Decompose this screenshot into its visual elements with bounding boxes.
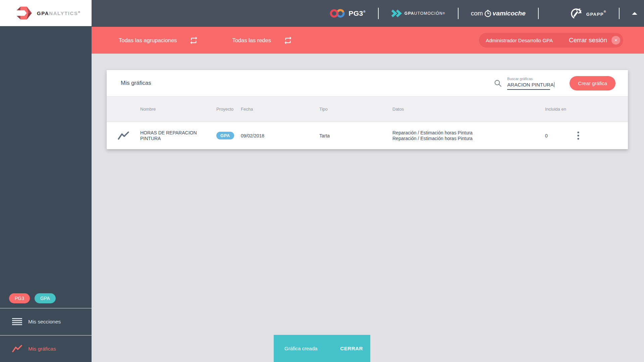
charts-card: Mis gráficas Buscar gráficas ARACION PIN…: [107, 70, 628, 149]
divider: [538, 8, 539, 19]
divider: [619, 8, 620, 19]
project-cell: GPA: [216, 132, 241, 139]
chart-name: HORAS DE REPARACION PINTURA: [140, 130, 216, 141]
app-logo: GPANALYTICS®: [0, 0, 92, 26]
kebab-menu-icon[interactable]: [576, 131, 581, 140]
filter-bar: Todas las agrupaciones Todas las redes A…: [92, 27, 644, 54]
column-header-nombre: Nombre: [140, 107, 216, 112]
filter-networks-label: Todas las redes: [232, 37, 271, 44]
type-cell: Tarta: [319, 133, 392, 138]
column-header-tipo: Tipo: [319, 107, 392, 112]
brand-name: GPANALYTICS®: [37, 10, 80, 16]
toast-close-button[interactable]: CERRAR: [337, 343, 366, 354]
card-header: Mis gráficas Buscar gráficas ARACION PIN…: [107, 70, 628, 96]
column-header-fecha: Fecha: [241, 107, 319, 112]
gpa-arrow-logo-icon: [16, 5, 33, 21]
automocion-label: GPA: [405, 11, 414, 16]
pg3-label: PG3®: [348, 9, 366, 17]
pg3-badge: PG3: [9, 293, 30, 303]
gpapp-logo: GPAPP®: [570, 7, 606, 20]
gpapp-label: GPAPP®: [586, 10, 606, 17]
power-icon[interactable]: ✕: [611, 36, 620, 45]
gpapp-wrench-icon: [570, 7, 583, 20]
text-cursor: [554, 82, 555, 87]
gpa-badge: GPA: [35, 293, 56, 303]
toast-message: Gráfica creada: [284, 346, 337, 351]
divider: [458, 8, 459, 19]
toast-snackbar: Gráfica creada CERRAR: [274, 335, 370, 362]
collapse-up-icon[interactable]: [632, 12, 637, 15]
column-header-proyecto: Proyecto: [216, 107, 241, 112]
included-in-cell: 0: [545, 133, 575, 138]
sidebar: PG3 GPA Mis secciones Mis gráficas: [0, 26, 92, 362]
pg3-logo: PG3®: [329, 8, 366, 18]
user-name: Administrador Desarrollo GPA: [486, 38, 553, 43]
date-cell: 09/02/2018: [241, 133, 319, 138]
data-cell: Reparación / Estimación horas Pintura Re…: [392, 130, 545, 141]
table-row[interactable]: HORAS DE REPARACION PINTURA GPA 09/02/20…: [107, 122, 628, 149]
column-header-incluida-en: Incluida en: [545, 107, 575, 112]
page-title: Mis gráficas: [121, 80, 151, 86]
create-chart-button[interactable]: Crear gráfica: [570, 76, 615, 90]
search-input-label: Buscar gráficas: [507, 77, 550, 81]
project-badge: GPA: [216, 132, 234, 139]
table-header-row: Nombre Proyecto Fecha Tipo Datos Incluid…: [107, 96, 628, 122]
divider: [378, 8, 379, 19]
repeat-icon[interactable]: [189, 36, 198, 45]
line-chart-icon: [12, 345, 22, 353]
sidebar-badges: PG3 GPA: [9, 293, 56, 303]
column-header-datos: Datos: [392, 107, 545, 112]
pg3-infinity-icon: [329, 8, 345, 18]
comvamicoche-logo: com vamicoche: [471, 10, 526, 17]
menu-icon: [12, 318, 22, 325]
search-input[interactable]: Buscar gráficas ARACION PINTURA: [507, 77, 550, 90]
repeat-icon[interactable]: [283, 36, 292, 45]
search-icon[interactable]: [494, 79, 502, 87]
logout-button[interactable]: Cerrar sesión: [569, 37, 607, 44]
clock-icon: [484, 10, 492, 17]
top-header: PG3® GPAUTOMOCIÓN® com vamicoche: [92, 0, 644, 27]
automocion-arrows-icon: [391, 9, 402, 18]
sidebar-item-mis-secciones[interactable]: Mis secciones: [0, 308, 92, 335]
sidebar-item-mis-graficas[interactable]: Mis gráficas: [0, 335, 92, 362]
session-chip: Administrador Desarrollo GPA Cerrar sesi…: [479, 33, 623, 48]
line-chart-icon: [118, 131, 129, 140]
partner-logos: PG3® GPAUTOMOCIÓN® com vamicoche: [329, 0, 637, 27]
search-input-value: ARACION PINTURA: [507, 82, 553, 87]
filter-groups-label: Todas las agrupaciones: [119, 37, 177, 44]
gpautomocion-logo: GPAUTOMOCIÓN®: [391, 9, 445, 18]
